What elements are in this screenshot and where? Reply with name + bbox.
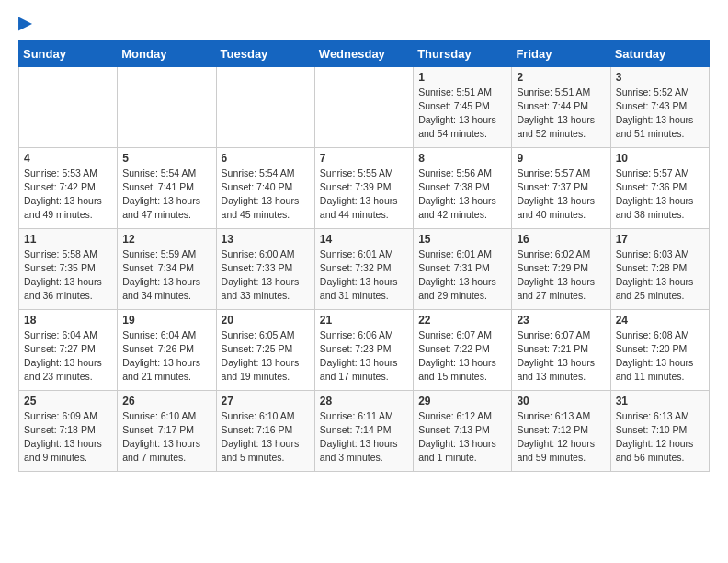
day-info: Sunrise: 6:13 AM Sunset: 7:12 PM Dayligh…: [517, 409, 605, 465]
day-cell: 11Sunrise: 5:58 AM Sunset: 7:35 PM Dayli…: [19, 228, 118, 309]
day-cell: 29Sunrise: 6:12 AM Sunset: 7:13 PM Dayli…: [414, 390, 512, 471]
day-cell: 12Sunrise: 5:59 AM Sunset: 7:34 PM Dayli…: [118, 228, 216, 309]
header-cell-sunday: Sunday: [19, 40, 118, 66]
day-cell: [314, 66, 413, 147]
day-number: 26: [122, 395, 210, 408]
day-number: 27: [222, 395, 310, 408]
day-number: 21: [320, 314, 408, 327]
day-cell: 22Sunrise: 6:07 AM Sunset: 7:22 PM Dayli…: [414, 309, 512, 390]
calendar-body: 1Sunrise: 5:51 AM Sunset: 7:45 PM Daylig…: [19, 66, 710, 471]
day-info: Sunrise: 6:10 AM Sunset: 7:17 PM Dayligh…: [122, 409, 210, 465]
day-info: Sunrise: 6:13 AM Sunset: 7:10 PM Dayligh…: [616, 409, 704, 465]
logo-text: ▶: [18, 15, 31, 33]
day-info: Sunrise: 5:54 AM Sunset: 7:41 PM Dayligh…: [122, 167, 210, 223]
day-number: 3: [616, 71, 704, 84]
day-number: 23: [517, 314, 605, 327]
day-cell: 2Sunrise: 5:51 AM Sunset: 7:44 PM Daylig…: [512, 66, 610, 147]
day-cell: 20Sunrise: 6:05 AM Sunset: 7:25 PM Dayli…: [216, 309, 314, 390]
logo: ▶: [18, 15, 31, 33]
day-number: 8: [418, 152, 506, 165]
header-row: SundayMondayTuesdayWednesdayThursdayFrid…: [19, 40, 710, 66]
day-number: 6: [222, 152, 310, 165]
day-number: 25: [24, 395, 112, 408]
day-number: 16: [517, 233, 605, 246]
header: ▶: [18, 15, 710, 33]
day-cell: 16Sunrise: 6:02 AM Sunset: 7:29 PM Dayli…: [512, 228, 610, 309]
day-info: Sunrise: 6:12 AM Sunset: 7:13 PM Dayligh…: [418, 409, 506, 465]
day-info: Sunrise: 5:54 AM Sunset: 7:40 PM Dayligh…: [222, 167, 310, 223]
day-number: 18: [24, 314, 112, 327]
day-number: 9: [517, 152, 605, 165]
day-cell: 5Sunrise: 5:54 AM Sunset: 7:41 PM Daylig…: [118, 147, 216, 228]
header-cell-thursday: Thursday: [414, 40, 512, 66]
day-info: Sunrise: 5:52 AM Sunset: 7:43 PM Dayligh…: [616, 86, 704, 142]
day-info: Sunrise: 6:11 AM Sunset: 7:14 PM Dayligh…: [320, 409, 408, 465]
day-cell: 27Sunrise: 6:10 AM Sunset: 7:16 PM Dayli…: [216, 390, 314, 471]
day-info: Sunrise: 6:00 AM Sunset: 7:33 PM Dayligh…: [222, 247, 310, 304]
day-info: Sunrise: 6:03 AM Sunset: 7:28 PM Dayligh…: [616, 247, 704, 304]
day-info: Sunrise: 6:07 AM Sunset: 7:21 PM Dayligh…: [517, 328, 605, 385]
day-info: Sunrise: 5:59 AM Sunset: 7:34 PM Dayligh…: [122, 247, 210, 304]
day-info: Sunrise: 6:04 AM Sunset: 7:27 PM Dayligh…: [24, 328, 112, 385]
day-info: Sunrise: 6:02 AM Sunset: 7:29 PM Dayligh…: [517, 247, 605, 304]
day-info: Sunrise: 5:53 AM Sunset: 7:42 PM Dayligh…: [24, 167, 112, 223]
day-number: 17: [616, 233, 704, 246]
day-cell: [19, 66, 118, 147]
day-number: 4: [24, 152, 112, 165]
day-number: 20: [222, 314, 310, 327]
day-info: Sunrise: 5:51 AM Sunset: 7:45 PM Dayligh…: [418, 86, 506, 142]
day-cell: [216, 66, 314, 147]
day-number: 11: [24, 233, 112, 246]
day-number: 22: [418, 314, 506, 327]
day-cell: 4Sunrise: 5:53 AM Sunset: 7:42 PM Daylig…: [19, 147, 118, 228]
day-cell: 31Sunrise: 6:13 AM Sunset: 7:10 PM Dayli…: [610, 390, 709, 471]
day-number: 28: [320, 395, 408, 408]
day-info: Sunrise: 6:01 AM Sunset: 7:32 PM Dayligh…: [320, 247, 408, 304]
day-cell: 24Sunrise: 6:08 AM Sunset: 7:20 PM Dayli…: [610, 309, 709, 390]
week-row-3: 11Sunrise: 5:58 AM Sunset: 7:35 PM Dayli…: [19, 228, 710, 309]
day-info: Sunrise: 6:05 AM Sunset: 7:25 PM Dayligh…: [222, 328, 310, 385]
logo-bird-shape: ▶: [18, 14, 31, 32]
header-cell-wednesday: Wednesday: [314, 40, 413, 66]
day-cell: 19Sunrise: 6:04 AM Sunset: 7:26 PM Dayli…: [118, 309, 216, 390]
day-info: Sunrise: 6:07 AM Sunset: 7:22 PM Dayligh…: [418, 328, 506, 385]
day-cell: 26Sunrise: 6:10 AM Sunset: 7:17 PM Dayli…: [118, 390, 216, 471]
day-cell: 6Sunrise: 5:54 AM Sunset: 7:40 PM Daylig…: [216, 147, 314, 228]
day-info: Sunrise: 5:55 AM Sunset: 7:39 PM Dayligh…: [320, 167, 408, 223]
day-cell: 7Sunrise: 5:55 AM Sunset: 7:39 PM Daylig…: [314, 147, 413, 228]
day-cell: 17Sunrise: 6:03 AM Sunset: 7:28 PM Dayli…: [610, 228, 709, 309]
day-number: 5: [122, 152, 210, 165]
day-info: Sunrise: 5:58 AM Sunset: 7:35 PM Dayligh…: [24, 247, 112, 304]
day-cell: 18Sunrise: 6:04 AM Sunset: 7:27 PM Dayli…: [19, 309, 118, 390]
day-number: 13: [222, 233, 310, 246]
week-row-4: 18Sunrise: 6:04 AM Sunset: 7:27 PM Dayli…: [19, 309, 710, 390]
day-cell: 30Sunrise: 6:13 AM Sunset: 7:12 PM Dayli…: [512, 390, 610, 471]
week-row-1: 1Sunrise: 5:51 AM Sunset: 7:45 PM Daylig…: [19, 66, 710, 147]
day-number: 24: [616, 314, 704, 327]
week-row-2: 4Sunrise: 5:53 AM Sunset: 7:42 PM Daylig…: [19, 147, 710, 228]
day-cell: 3Sunrise: 5:52 AM Sunset: 7:43 PM Daylig…: [610, 66, 709, 147]
day-cell: 15Sunrise: 6:01 AM Sunset: 7:31 PM Dayli…: [414, 228, 512, 309]
day-info: Sunrise: 6:08 AM Sunset: 7:20 PM Dayligh…: [616, 328, 704, 385]
week-row-5: 25Sunrise: 6:09 AM Sunset: 7:18 PM Dayli…: [19, 390, 710, 471]
day-number: 1: [418, 71, 506, 84]
day-cell: 28Sunrise: 6:11 AM Sunset: 7:14 PM Dayli…: [314, 390, 413, 471]
day-cell: 9Sunrise: 5:57 AM Sunset: 7:37 PM Daylig…: [512, 147, 610, 228]
header-cell-monday: Monday: [118, 40, 216, 66]
day-info: Sunrise: 6:01 AM Sunset: 7:31 PM Dayligh…: [418, 247, 506, 304]
calendar-header: SundayMondayTuesdayWednesdayThursdayFrid…: [19, 40, 710, 66]
page: ▶ SundayMondayTuesdayWednesdayThursdayFr…: [0, 0, 728, 481]
day-number: 10: [616, 152, 704, 165]
day-cell: 8Sunrise: 5:56 AM Sunset: 7:38 PM Daylig…: [414, 147, 512, 228]
day-number: 7: [320, 152, 408, 165]
day-info: Sunrise: 6:06 AM Sunset: 7:23 PM Dayligh…: [320, 328, 408, 385]
day-number: 31: [616, 395, 704, 408]
day-info: Sunrise: 5:57 AM Sunset: 7:36 PM Dayligh…: [616, 167, 704, 223]
day-cell: 14Sunrise: 6:01 AM Sunset: 7:32 PM Dayli…: [314, 228, 413, 309]
day-cell: 10Sunrise: 5:57 AM Sunset: 7:36 PM Dayli…: [610, 147, 709, 228]
day-number: 14: [320, 233, 408, 246]
day-info: Sunrise: 6:04 AM Sunset: 7:26 PM Dayligh…: [122, 328, 210, 385]
day-cell: 1Sunrise: 5:51 AM Sunset: 7:45 PM Daylig…: [414, 66, 512, 147]
day-info: Sunrise: 5:51 AM Sunset: 7:44 PM Dayligh…: [517, 86, 605, 142]
header-cell-friday: Friday: [512, 40, 610, 66]
